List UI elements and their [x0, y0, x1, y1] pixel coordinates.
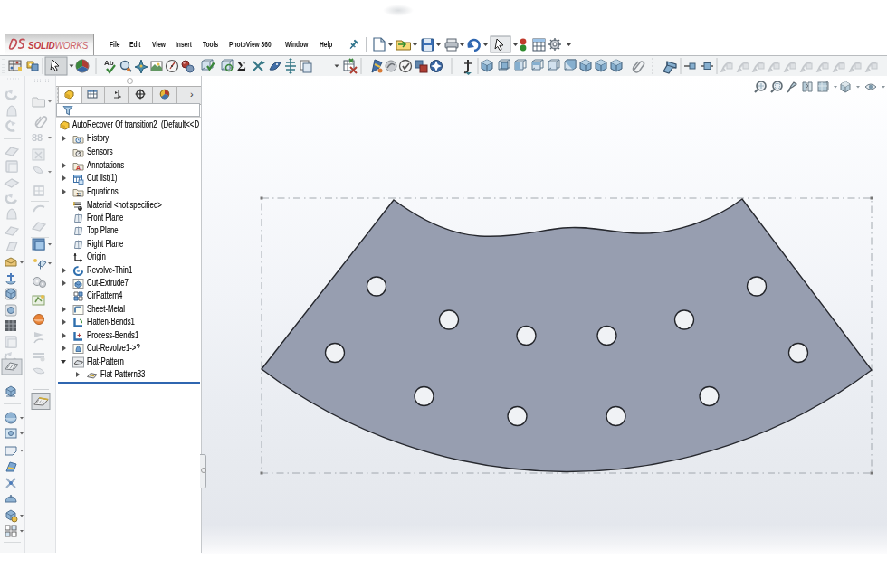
- svg-text:Ab: Ab: [104, 59, 114, 67]
- svg-text:SOLID: SOLID: [28, 41, 55, 51]
- svg-text:WORKS: WORKS: [55, 41, 89, 51]
- svg-text:Σ: Σ: [237, 59, 246, 73]
- svg-text:88: 88: [32, 132, 43, 143]
